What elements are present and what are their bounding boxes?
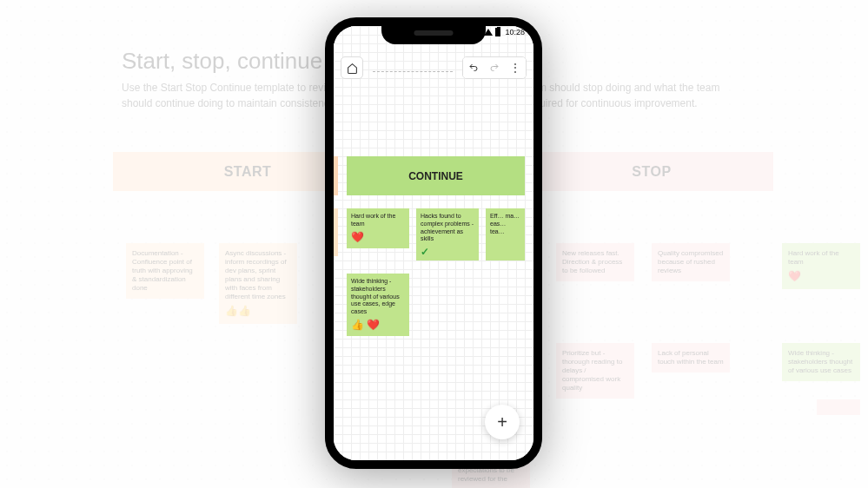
battery-icon bbox=[495, 28, 500, 36]
redo-icon bbox=[489, 63, 500, 73]
column-header-continue[interactable]: CONTINUE bbox=[347, 156, 525, 195]
clock: 10:28 bbox=[505, 28, 525, 36]
sticky-note-peek[interactable]: …ed bbox=[325, 208, 338, 256]
check-icon: ✓ bbox=[421, 246, 474, 259]
sticky-note[interactable]: Hacks found to complex problems - achiev… bbox=[416, 208, 479, 260]
undo-icon bbox=[468, 63, 479, 73]
sticky-note[interactable]: Hard work of the team ❤️ bbox=[347, 208, 409, 248]
plus-icon: + bbox=[497, 412, 507, 432]
app-toolbar: ⋮ bbox=[334, 52, 533, 83]
sticky-note-peek[interactable]: Eff… ma… eas… tea… bbox=[486, 208, 525, 260]
more-button[interactable]: ⋮ bbox=[505, 57, 526, 78]
wifi-icon bbox=[484, 29, 493, 36]
phone-notch bbox=[381, 25, 486, 44]
heart-icon: ❤️ bbox=[351, 231, 405, 244]
phone-frame: 10:28 ⋮ CONTINUE …ed bbox=[325, 17, 542, 469]
sticky-note-text: Hard work of the team bbox=[351, 213, 405, 228]
sticky-note-text: Wide thinking - stakeholders thought of … bbox=[351, 278, 405, 316]
more-vertical-icon: ⋮ bbox=[510, 63, 520, 73]
home-button[interactable] bbox=[341, 56, 363, 79]
sticky-note[interactable]: Wide thinking - stakeholders thought of … bbox=[347, 274, 409, 336]
signal-icon bbox=[472, 29, 481, 36]
whiteboard-canvas[interactable]: ⋮ CONTINUE …ed Hard work of the team ❤️ … bbox=[334, 26, 533, 460]
toolbar-divider bbox=[373, 63, 453, 72]
add-button[interactable]: + bbox=[485, 405, 520, 439]
undo-button[interactable] bbox=[463, 57, 484, 78]
reaction-icons: 👍 ❤️ bbox=[351, 319, 405, 332]
redo-button[interactable] bbox=[484, 57, 505, 78]
column-header-start-peek bbox=[325, 156, 338, 195]
home-icon bbox=[347, 63, 358, 74]
sticky-note-text: Hacks found to complex problems - achiev… bbox=[421, 213, 474, 243]
sticky-note-text: Eff… ma… eas… tea… bbox=[490, 213, 520, 235]
status-bar: 10:28 bbox=[472, 28, 525, 36]
